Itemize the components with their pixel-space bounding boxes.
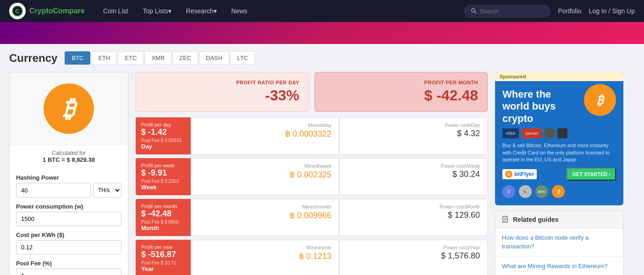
- row-mined-label: Mined/day: [198, 122, 331, 128]
- row-mined-label: Mined/month: [198, 204, 331, 209]
- cost-kwh-field: Cost per KWh ($): [16, 231, 121, 254]
- row-mined-label: Mined/week: [198, 163, 331, 169]
- row-mined-value: ฿ 0.002325: [198, 170, 331, 180]
- power-consumption-input[interactable]: [16, 212, 121, 226]
- right-panel: Sponsored ₿ Where the world buys crypto …: [495, 72, 623, 275]
- nav-research[interactable]: Research ▾: [179, 0, 224, 22]
- hashing-power-field: Hashing Power TH/s GH/s MH/s: [16, 174, 121, 198]
- profit-month-label: PROFIT PER MONTH: [324, 80, 478, 85]
- portfolio-link[interactable]: Portfolio: [558, 7, 581, 15]
- ltc-icon: Ł: [519, 185, 532, 198]
- search-icon: [471, 8, 477, 14]
- row-mined-value: ฿ 0.1213: [198, 251, 331, 261]
- profit-ratio-value: -33%: [145, 87, 299, 104]
- hashing-power-input[interactable]: [16, 183, 91, 198]
- search-input[interactable]: [479, 8, 544, 15]
- currency-tab-xmr[interactable]: XMR: [144, 51, 171, 65]
- ad-sponsored-label: Sponsored: [495, 72, 623, 81]
- currency-tab-ltc[interactable]: LTC: [230, 51, 255, 65]
- coin-icons-row: VISA SOFORT: [502, 128, 616, 138]
- left-fields: Hashing Power TH/s GH/s MH/s Power consu…: [10, 168, 128, 275]
- cost-kwh-input[interactable]: [16, 240, 121, 254]
- hashing-power-unit[interactable]: TH/s GH/s MH/s: [93, 183, 121, 198]
- profit-month-value: $ -42.48: [324, 87, 478, 104]
- ad-content: ₿ Where the world buys crypto VISA SOFOR…: [495, 81, 623, 205]
- card-icon1: [545, 128, 555, 138]
- row-label-year: Profit per year $ -516.87 Pool Fee $ 10.…: [136, 240, 191, 275]
- ad-cta-button[interactable]: GET STARTED ›: [567, 168, 616, 181]
- row-power-label: Power cost/Year: [347, 245, 480, 250]
- row-sublabel: Profit per year: [141, 244, 173, 250]
- row-mined-value: ฿ 0.009966: [198, 210, 331, 220]
- btc-coin-icon: ₿: [552, 185, 565, 198]
- row-profit-value: $ -516.87: [141, 250, 176, 259]
- guides-header-text: Related guides: [513, 216, 559, 223]
- ad-btc-circle: ₿: [584, 84, 616, 116]
- currency-tab-btc[interactable]: BTC: [65, 51, 90, 65]
- row-power-label: Power cost/Month: [347, 204, 480, 209]
- row-pool-fee: Pool Fee $ 0.8800: [141, 220, 179, 225]
- row-period: Year: [141, 265, 154, 272]
- svg-line-3: [475, 12, 477, 14]
- row-mined-value: ฿ 0.0003322: [198, 129, 331, 139]
- row-sublabel: Profit per month: [141, 204, 177, 209]
- row-sublabel: Profit per day: [141, 122, 171, 127]
- logo[interactable]: C CryptoCompare: [9, 3, 85, 19]
- login-link[interactable]: Log In / Sign Up: [589, 7, 635, 15]
- row-label-month: Profit per month $ -42.48 Pool Fee $ 0.8…: [136, 199, 191, 236]
- hashing-power-label: Hashing Power: [16, 174, 121, 181]
- guides-card: Related guides How does a Bitcoin node v…: [495, 211, 623, 275]
- nav-top-lists[interactable]: Top Lists ▾: [135, 0, 178, 22]
- currency-tabs: BTCETHETCXMRZECDASHLTC: [65, 51, 255, 65]
- profit-ratio-label: PROFIT RATIO PER DAY: [145, 80, 299, 85]
- row-period: Month: [141, 225, 159, 231]
- profit-ratio-card: PROFIT RATIO PER DAY -33%: [136, 72, 309, 112]
- search-box: [464, 5, 550, 17]
- ad-card: Sponsored ₿ Where the world buys crypto …: [495, 72, 623, 205]
- sofort-icon: SOFORT: [522, 128, 542, 138]
- currency-tab-eth[interactable]: ETH: [91, 51, 117, 65]
- cost-kwh-label: Cost per KWh ($): [16, 231, 121, 238]
- svg-point-2: [472, 9, 475, 12]
- nav-news[interactable]: News: [224, 0, 255, 22]
- guides-header: Related guides: [495, 211, 623, 228]
- row-power-label: Power cost/Day: [347, 122, 480, 128]
- btc-price: 1 BTC = $ 8,829.38: [14, 156, 123, 163]
- navbar: C CryptoCompare Coin List Top Lists ▾ Re…: [0, 0, 644, 22]
- nav-coin-list[interactable]: Coin List: [96, 0, 135, 22]
- pool-fee-input[interactable]: [16, 269, 121, 275]
- row-profit-value: $ -42.48: [141, 209, 171, 219]
- card-icon2: [557, 128, 567, 138]
- currency-tab-etc[interactable]: ETC: [118, 51, 143, 65]
- pool-fee-field: Pool Fee (%): [16, 260, 121, 275]
- row-label-week: Profit per week $ -9.91 Pool Fee $ 0.205…: [136, 158, 191, 195]
- row-period: Week: [141, 184, 157, 191]
- row-sublabel: Profit per week: [141, 163, 175, 168]
- nav-right: Portfolio Log In / Sign Up: [558, 7, 635, 15]
- logo-icon: C: [9, 3, 26, 19]
- row-period: Day: [141, 143, 152, 150]
- btc-circle: ₿: [44, 83, 94, 134]
- currency-tab-zec[interactable]: ZEC: [172, 51, 198, 65]
- row-profit-value: $ -9.91: [141, 168, 167, 178]
- eth-icon: Ξ: [502, 185, 515, 198]
- row-label-day: Profit per day $ -1.42 Pool Fee $ 0.0293…: [136, 117, 191, 154]
- row-power-cell: Power cost/Day $ 4.32: [339, 117, 488, 154]
- row-power-cell: Power cost/Week $ 30.24: [339, 158, 488, 195]
- row-pool-fee: Pool Fee $ 10.71: [141, 260, 176, 265]
- currency-tab-dash[interactable]: DASH: [199, 51, 229, 65]
- guides-list: How does a Bitcoin node verify a transac…: [495, 228, 623, 275]
- table-row: Profit per month $ -42.48 Pool Fee $ 0.8…: [136, 199, 488, 236]
- power-consumption-label: Power consumption (w): [16, 203, 121, 210]
- row-power-value: $ 1,576.80: [347, 251, 480, 261]
- calc-for: Calculated for 1 BTC = $ 8,829.38: [10, 145, 128, 168]
- hashing-power-row: TH/s GH/s MH/s: [16, 183, 121, 198]
- row-power-value: $ 4.32: [347, 129, 480, 138]
- btc-icon-wrap: ₿: [10, 72, 128, 145]
- data-table: Profit per day $ -1.42 Pool Fee $ 0.0293…: [136, 117, 488, 275]
- table-row: Profit per day $ -1.42 Pool Fee $ 0.0293…: [136, 117, 488, 154]
- guide-item[interactable]: What are Mining Rewards in Ethereum?: [495, 257, 623, 275]
- main-container: Currency BTCETHETCXMRZECDASHLTC ₿ Calcul…: [0, 44, 633, 275]
- guide-item[interactable]: How does a Bitcoin node verify a transac…: [495, 228, 623, 256]
- row-mined-cell: Mined/year ฿ 0.1213: [191, 240, 339, 275]
